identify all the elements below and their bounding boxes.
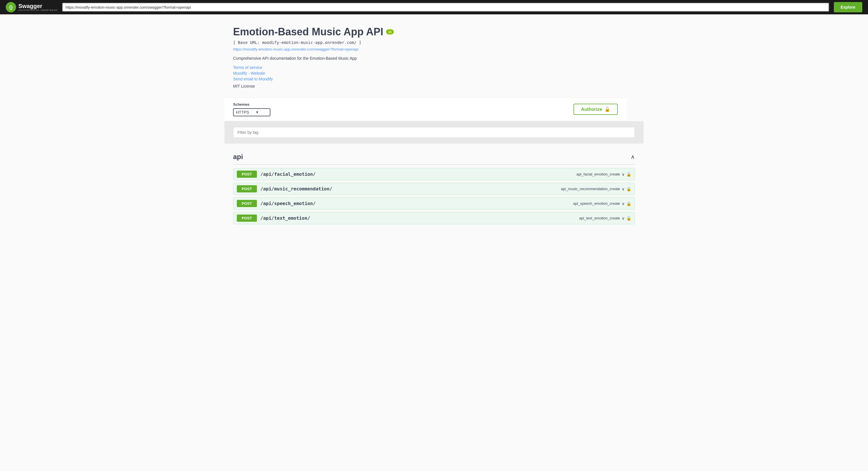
svg-text:{}: {} bbox=[9, 5, 12, 10]
endpoints-section: api ∧ POST /api/facial_emotion/ api_faci… bbox=[233, 149, 635, 224]
main-content: Emotion-Based Music App API v1 [ Base UR… bbox=[224, 14, 644, 236]
email-link[interactable]: Send email to Moodify bbox=[233, 77, 635, 81]
method-badge: POST bbox=[237, 185, 257, 193]
api-group-name: api bbox=[233, 153, 243, 161]
endpoint-row[interactable]: POST /api/facial_emotion/ api_facial_emo… bbox=[233, 168, 635, 180]
method-badge: POST bbox=[237, 171, 257, 178]
brand-sub: SUPPORTED BY SMARTBEAR bbox=[19, 9, 57, 11]
endpoint-operation: api_text_emotion_create bbox=[579, 216, 620, 220]
endpoint-row[interactable]: POST /api/music_recommendation/ api_musi… bbox=[233, 183, 635, 195]
api-links: Terms of service Moodify - Website Send … bbox=[233, 65, 635, 81]
endpoint-row[interactable]: POST /api/text_emotion/ api_text_emotion… bbox=[233, 212, 635, 224]
endpoint-chevron-icon: ∨ bbox=[622, 216, 625, 220]
navbar: {} Swagger SUPPORTED BY SMARTBEAR Explor… bbox=[0, 0, 868, 14]
swagger-link[interactable]: https://moodify-emotion-music-app.onrend… bbox=[233, 47, 635, 51]
endpoint-path: /api/facial_emotion/ bbox=[260, 172, 573, 177]
endpoint-list: POST /api/facial_emotion/ api_facial_emo… bbox=[233, 168, 635, 224]
schemes-section: Schemes HTTPS HTTP ▼ Authorize 🔓 bbox=[224, 97, 626, 121]
filter-section bbox=[224, 121, 644, 144]
endpoint-chevron-icon: ∨ bbox=[622, 201, 625, 206]
endpoint-row[interactable]: POST /api/speech_emotion/ api_speech_emo… bbox=[233, 197, 635, 210]
api-group: api ∧ POST /api/facial_emotion/ api_faci… bbox=[233, 149, 635, 224]
terms-link[interactable]: Terms of service bbox=[233, 65, 635, 70]
filter-input[interactable] bbox=[233, 127, 635, 138]
endpoint-chevron-icon: ∨ bbox=[622, 172, 625, 177]
base-url: [ Base URL: moodify-emotion-music-app.on… bbox=[233, 40, 635, 45]
explore-button[interactable]: Explore bbox=[834, 2, 862, 12]
endpoint-lock-icon: 🔒 bbox=[626, 172, 631, 177]
method-badge: POST bbox=[237, 200, 257, 207]
api-title: Emotion-Based Music App API bbox=[233, 26, 383, 38]
schemes-chevron-icon: ▼ bbox=[255, 110, 259, 114]
endpoint-path: /api/music_recommendation/ bbox=[260, 186, 557, 192]
method-badge: POST bbox=[237, 214, 257, 222]
api-info-section: Emotion-Based Music App API v1 [ Base UR… bbox=[233, 26, 635, 89]
swagger-icon: {} bbox=[6, 2, 16, 12]
license-text: MIT License bbox=[233, 84, 255, 88]
authorize-label: Authorize bbox=[581, 107, 602, 112]
endpoint-lock-icon: 🔒 bbox=[626, 187, 631, 191]
version-badge: v1 bbox=[386, 29, 394, 34]
endpoint-path: /api/text_emotion/ bbox=[260, 215, 576, 221]
endpoint-operation: api_speech_emotion_create bbox=[573, 201, 620, 206]
endpoint-chevron-icon: ∨ bbox=[622, 187, 625, 191]
collapse-icon: ∧ bbox=[631, 153, 635, 160]
lock-icon: 🔓 bbox=[604, 107, 610, 112]
endpoint-lock-icon: 🔒 bbox=[626, 201, 631, 206]
website-link[interactable]: Moodify - Website bbox=[233, 71, 635, 76]
url-input[interactable] bbox=[62, 3, 829, 12]
api-description: Comprehensive API documentation for the … bbox=[233, 56, 635, 61]
brand-name: Swagger bbox=[19, 3, 57, 9]
endpoint-lock-icon: 🔒 bbox=[626, 216, 631, 220]
authorize-button[interactable]: Authorize 🔓 bbox=[574, 104, 618, 115]
schemes-label: Schemes bbox=[233, 102, 270, 107]
endpoint-operation: api_facial_emotion_create bbox=[577, 172, 620, 176]
brand-logo: {} Swagger SUPPORTED BY SMARTBEAR bbox=[6, 2, 57, 12]
api-group-header[interactable]: api ∧ bbox=[233, 149, 635, 165]
endpoint-operation: api_music_recommendation_create bbox=[561, 187, 620, 191]
endpoint-path: /api/speech_emotion/ bbox=[260, 201, 570, 206]
schemes-select[interactable]: HTTPS HTTP bbox=[236, 110, 254, 115]
api-title-row: Emotion-Based Music App API v1 bbox=[233, 26, 635, 38]
schemes-select-wrapper[interactable]: HTTPS HTTP ▼ bbox=[233, 108, 270, 116]
